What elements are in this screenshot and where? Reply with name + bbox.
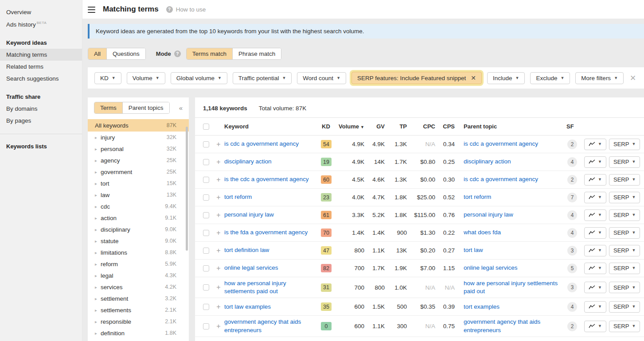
term-item[interactable]: ▸definition1.8K [88, 327, 189, 339]
trend-chart-button[interactable]: ▼ [584, 263, 606, 274]
exclude-filter-button[interactable]: Exclude▼ [530, 72, 570, 84]
keyword-link[interactable]: tort law examples [224, 303, 312, 311]
expand-arrow-icon[interactable]: ▸ [95, 135, 101, 140]
col-sf[interactable]: SF [566, 123, 584, 130]
serp-button[interactable]: SERP▼ [609, 209, 640, 221]
col-cpc[interactable]: CPC [407, 123, 435, 130]
keyword-link[interactable]: how are personal injury settlements paid… [224, 279, 312, 295]
parent-topic-link[interactable]: disciplinary action [464, 158, 563, 166]
row-checkbox[interactable] [203, 230, 209, 236]
col-gv[interactable]: GV [364, 123, 385, 130]
expand-arrow-icon[interactable]: ▸ [95, 170, 101, 174]
add-keyword-icon[interactable]: + [213, 229, 224, 236]
expand-arrow-icon[interactable]: ▸ [95, 319, 101, 324]
trend-chart-button[interactable]: ▼ [584, 245, 606, 256]
row-checkbox[interactable] [203, 284, 209, 291]
parent-topic-link[interactable]: tort reform [464, 193, 563, 201]
tab-questions[interactable]: Questions [106, 48, 145, 59]
trend-chart-button[interactable]: ▼ [584, 282, 606, 293]
keyword-link[interactable]: is the fda a government agency [224, 229, 312, 236]
expand-arrow-icon[interactable]: ▸ [95, 331, 101, 336]
sidebar-item-overview[interactable]: Overview [0, 6, 82, 18]
serp-button[interactable]: SERP▼ [609, 174, 640, 186]
keyword-link[interactable]: tort definition law [224, 246, 312, 254]
term-item[interactable]: ▸injury32K [88, 132, 189, 143]
tab-terms-match[interactable]: Terms match [187, 48, 232, 59]
row-checkbox[interactable] [203, 212, 209, 218]
sidebar-item-by-pages[interactable]: By pages [0, 115, 82, 127]
term-item[interactable]: ▸services4.2K [88, 281, 189, 293]
word-count-filter-button[interactable]: Word count▼ [297, 72, 346, 84]
trend-chart-button[interactable]: ▼ [584, 321, 606, 332]
row-checkbox[interactable] [203, 304, 209, 310]
term-item[interactable]: ▸legal4.3K [88, 270, 189, 281]
parent-topic-link[interactable]: is cdc a government agency [464, 140, 563, 148]
serp-button[interactable]: SERP▼ [609, 192, 640, 203]
trend-chart-button[interactable]: ▼ [584, 301, 606, 313]
expand-arrow-icon[interactable]: ▸ [95, 296, 101, 301]
term-item[interactable]: ▸settlements2.1K [88, 304, 189, 316]
term-item[interactable]: ▸statute9.0K [88, 235, 189, 247]
add-keyword-icon[interactable]: + [213, 194, 224, 201]
trend-chart-button[interactable]: ▼ [584, 174, 606, 186]
expand-arrow-icon[interactable]: ▸ [95, 147, 101, 151]
add-keyword-icon[interactable]: + [213, 159, 224, 166]
parent-topic-link[interactable]: is cdc a government agency [464, 175, 563, 183]
trend-chart-button[interactable]: ▼ [584, 227, 606, 239]
serp-button[interactable]: SERP▼ [609, 321, 640, 332]
how-to-use-link[interactable]: How to use [176, 6, 206, 13]
sidebar-item-by-domains[interactable]: By domains [0, 103, 82, 115]
terms-scrollbar[interactable] [186, 127, 188, 251]
expand-arrow-icon[interactable]: ▸ [95, 158, 101, 163]
row-checkbox[interactable] [203, 265, 209, 271]
keyword-link[interactable]: personal injury law [224, 211, 312, 219]
keyword-link[interactable]: government agency that aids entrepreneur… [224, 318, 312, 334]
expand-arrow-icon[interactable]: ▸ [95, 285, 101, 290]
sidebar-item-search-suggestions[interactable]: Search suggestions [0, 73, 82, 85]
add-keyword-icon[interactable]: + [213, 141, 224, 148]
global-volume-filter-button[interactable]: Global volume▼ [171, 72, 227, 84]
parent-topic-link[interactable]: tort law [464, 246, 563, 254]
trend-chart-button[interactable]: ▼ [584, 156, 606, 168]
add-keyword-icon[interactable]: + [213, 176, 224, 183]
serp-button[interactable]: SERP▼ [609, 139, 640, 150]
keyword-link[interactable]: tort reform [224, 193, 312, 201]
clear-filters-icon[interactable]: ✕ [630, 74, 636, 83]
keyword-link[interactable]: is cdc a government agency [224, 140, 312, 148]
row-checkbox[interactable] [203, 141, 209, 147]
term-item[interactable]: ▸reform5.9K [88, 258, 189, 270]
expand-arrow-icon[interactable]: ▸ [95, 250, 101, 255]
remove-filter-icon[interactable]: ✕ [471, 74, 476, 81]
serp-features-active-filter[interactable]: SERP features: Include Featured snippet✕ [351, 72, 482, 84]
mode-help-icon[interactable]: ? [174, 50, 181, 57]
row-checkbox[interactable] [203, 248, 209, 254]
serp-button[interactable]: SERP▼ [609, 156, 640, 168]
serp-button[interactable]: SERP▼ [609, 263, 640, 274]
add-keyword-icon[interactable]: + [213, 212, 224, 219]
term-item[interactable]: ▸responsible2.1K [88, 316, 189, 327]
row-checkbox[interactable] [203, 194, 209, 201]
serp-button[interactable]: SERP▼ [609, 245, 640, 256]
trend-chart-button[interactable]: ▼ [584, 139, 606, 150]
parent-topic-link[interactable]: online legal services [464, 264, 563, 272]
tab-all[interactable]: All [88, 48, 106, 59]
expand-arrow-icon[interactable]: ▸ [95, 216, 101, 221]
row-checkbox[interactable] [203, 177, 209, 183]
col-tp[interactable]: TP [385, 123, 407, 130]
col-kd[interactable]: KD [319, 123, 337, 130]
keyword-link[interactable]: is the cdc a government agency [224, 175, 312, 183]
kd-filter-button[interactable]: KD▼ [94, 72, 121, 84]
term-item[interactable]: ▸settlement3.2K [88, 293, 189, 304]
term-item[interactable]: ▸law13K [88, 189, 189, 201]
trend-chart-button[interactable]: ▼ [584, 192, 606, 203]
parent-topic-link[interactable]: personal injury law [464, 211, 563, 219]
term-item[interactable]: ▸personal32K [88, 143, 189, 155]
add-keyword-icon[interactable]: + [213, 303, 224, 310]
keyword-link[interactable]: online legal services [224, 264, 312, 272]
expand-arrow-icon[interactable]: ▸ [95, 227, 101, 232]
help-icon[interactable]: ? [166, 6, 173, 13]
row-checkbox[interactable] [203, 323, 209, 329]
term-item[interactable]: ▸tort15K [88, 178, 189, 189]
expand-arrow-icon[interactable]: ▸ [95, 204, 101, 209]
expand-arrow-icon[interactable]: ▸ [95, 273, 101, 278]
